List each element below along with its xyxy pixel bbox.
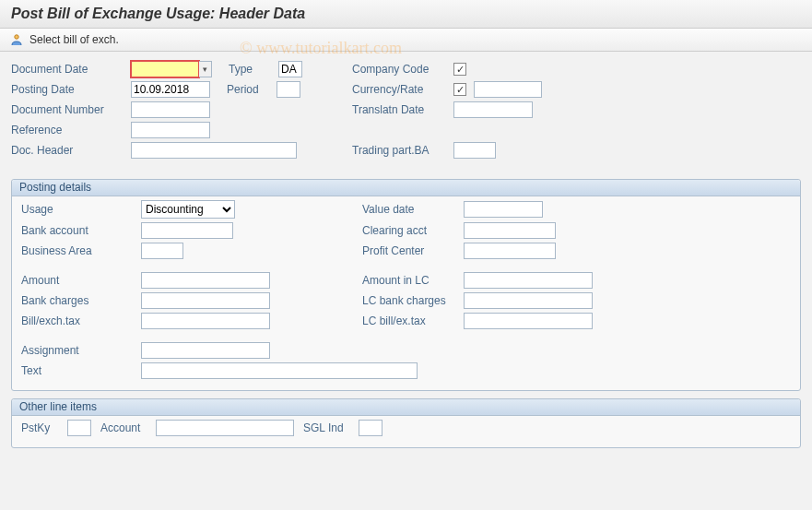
document-number-input[interactable]	[131, 101, 210, 118]
bank-account-input[interactable]	[141, 222, 233, 239]
usage-label: Usage	[21, 203, 141, 216]
currency-rate-label: Currency/Rate	[352, 83, 453, 96]
sgl-ind-input[interactable]	[359, 420, 382, 436]
document-number-label: Document Number	[11, 103, 131, 116]
bill-exch-tax-input[interactable]	[141, 313, 270, 329]
document-date-input[interactable]	[131, 61, 199, 77]
toolbar: Select bill of exch.	[0, 29, 812, 52]
company-code-check-icon: ✓	[453, 63, 466, 76]
select-bill-button[interactable]: Select bill of exch.	[29, 33, 119, 46]
posting-details-legend: Posting details	[12, 180, 800, 196]
title-bar: Post Bill of Exchange Usage: Header Data	[0, 0, 812, 29]
profit-center-label: Profit Center	[362, 244, 464, 257]
profit-center-input[interactable]	[464, 243, 556, 259]
value-date-label: Value date	[362, 203, 464, 216]
clearing-acct-input[interactable]	[464, 222, 556, 239]
type-input[interactable]	[278, 61, 302, 77]
document-date-label: Document Date	[11, 63, 131, 76]
period-input[interactable]	[277, 81, 300, 98]
pstky-input[interactable]	[67, 420, 91, 436]
bank-account-label: Bank account	[21, 224, 141, 237]
doc-header-input[interactable]	[131, 142, 297, 159]
text-input[interactable]	[141, 362, 418, 379]
amount-label: Amount	[21, 274, 141, 287]
posting-date-input[interactable]	[131, 81, 210, 98]
lc-bank-charges-input[interactable]	[464, 292, 593, 309]
posting-date-label: Posting Date	[11, 83, 131, 96]
other-line-items-legend: Other line items	[12, 399, 800, 416]
translatn-date-label: Translatn Date	[352, 103, 453, 116]
business-area-label: Business Area	[21, 244, 141, 257]
sgl-ind-label: SGL Ind	[303, 421, 359, 434]
type-label: Type	[229, 63, 278, 76]
bill-exch-tax-label: Bill/exch.tax	[21, 314, 141, 327]
business-area-input[interactable]	[141, 243, 183, 259]
account-input[interactable]	[156, 420, 294, 436]
lc-bill-ex-tax-label: LC bill/ex.tax	[362, 314, 464, 327]
text-label: Text	[21, 364, 141, 377]
assignment-label: Assignment	[21, 344, 141, 357]
usage-select[interactable]: Discounting	[141, 200, 235, 219]
amount-input[interactable]	[141, 272, 270, 289]
other-line-items-group: Other line items PstKy Account SGL Ind	[11, 398, 801, 448]
bank-charges-label: Bank charges	[21, 294, 141, 307]
trading-part-ba-label: Trading part.BA	[352, 144, 453, 157]
lc-bank-charges-label: LC bank charges	[362, 294, 464, 307]
currency-check-icon: ✓	[453, 83, 466, 96]
reference-label: Reference	[11, 124, 131, 136]
doc-header-label: Doc. Header	[11, 144, 131, 157]
page-title: Post Bill of Exchange Usage: Header Data	[11, 6, 801, 22]
assignment-input[interactable]	[141, 342, 270, 359]
posting-details-group: Posting details Usage Discounting Value …	[11, 179, 801, 391]
select-bill-icon[interactable]	[9, 32, 24, 47]
reference-input[interactable]	[131, 122, 210, 138]
document-date-f4-icon[interactable]: ▾	[199, 61, 212, 77]
bank-charges-input[interactable]	[141, 292, 270, 309]
translatn-date-input[interactable]	[453, 101, 533, 118]
header-fields: Document Date ▾ Type Company Code ✓ Post…	[0, 52, 812, 172]
pstky-label: PstKy	[21, 421, 67, 434]
clearing-acct-label: Clearing acct	[362, 224, 464, 237]
period-label: Period	[227, 83, 277, 96]
account-label: Account	[100, 421, 156, 434]
rate-input[interactable]	[474, 81, 542, 98]
company-code-label: Company Code	[352, 63, 453, 76]
lc-bill-ex-tax-input[interactable]	[464, 313, 593, 329]
amount-in-lc-input[interactable]	[464, 272, 593, 289]
value-date-input[interactable]	[464, 201, 543, 218]
amount-in-lc-label: Amount in LC	[362, 274, 464, 287]
trading-part-ba-input[interactable]	[453, 142, 496, 159]
svg-point-0	[15, 35, 18, 39]
